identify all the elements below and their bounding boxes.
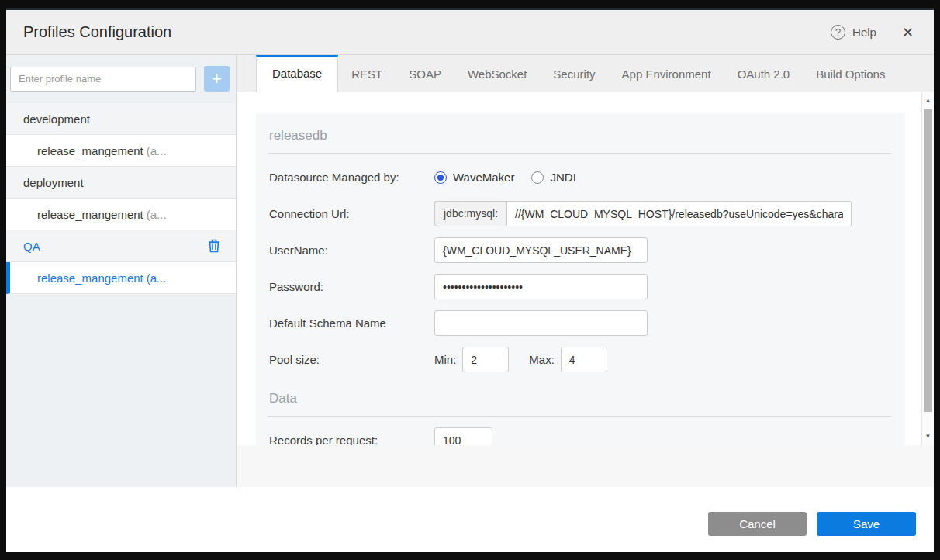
sidebar-item-release-mangement-dev[interactable]: release_mangement (a... [6, 135, 236, 167]
profile-group-label: deployment [23, 176, 84, 189]
default-schema-input[interactable] [434, 310, 648, 336]
data-section-title: Data [268, 386, 891, 417]
profiles-sidebar: + development release_mangement (a... de… [6, 55, 237, 487]
records-per-request-input[interactable] [434, 427, 492, 445]
connection-url-row: Connection Url: jdbc:mysql: [268, 201, 891, 226]
dialog-title: Profiles Configuration [23, 23, 171, 41]
sidebar-group-deployment[interactable]: deployment [6, 167, 236, 199]
database-tab-panel: releasedb Datasource Managed by: WaveMak… [237, 92, 934, 445]
profile-name-suffix: (a... [147, 144, 167, 157]
schema-row: Default Schema Name [268, 310, 891, 336]
username-label: UserName: [268, 244, 434, 257]
add-profile-button[interactable]: + [204, 66, 230, 92]
password-row: Password: [268, 274, 891, 299]
schema-label: Default Schema Name [268, 316, 434, 330]
profile-name: release_mangement [37, 144, 143, 157]
panel-bottom-spacer [237, 445, 934, 488]
tab-rest[interactable]: REST [338, 57, 396, 92]
profile-group-label: development [23, 112, 90, 126]
connection-url-group: jdbc:mysql: [434, 201, 852, 226]
datasource-row: Datasource Managed by: WaveMaker JNDI [268, 164, 891, 190]
connection-url-input[interactable] [506, 201, 852, 226]
dialog-footer: Cancel Save [6, 487, 934, 552]
username-input[interactable] [434, 237, 648, 263]
password-input[interactable] [434, 274, 648, 299]
pool-max-input[interactable] [561, 347, 607, 372]
vertical-scrollbar[interactable]: ▲ ▼ [921, 92, 934, 445]
password-label: Password: [268, 280, 434, 293]
close-icon[interactable]: ✕ [902, 24, 914, 41]
database-section-title: releasedb [268, 123, 891, 154]
records-per-request-row: Records per request: [268, 427, 891, 445]
help-link[interactable]: Help [852, 26, 876, 39]
dialog-header: Profiles Configuration ? Help ✕ [6, 10, 934, 55]
jndi-radio[interactable] [531, 171, 544, 184]
scroll-up-arrow-icon[interactable]: ▲ [922, 94, 934, 108]
tab-oauth[interactable]: OAuth 2.0 [724, 57, 803, 92]
sidebar-group-development[interactable]: development [6, 103, 236, 135]
scrollbar-thumb[interactable] [924, 109, 932, 412]
jndi-radio-label[interactable]: JNDI [550, 171, 575, 184]
sidebar-item-release-mangement-deploy[interactable]: release_mangement (a... [6, 199, 236, 230]
wavemaker-radio[interactable] [434, 171, 447, 184]
pool-min-input[interactable] [462, 347, 509, 372]
profiles-configuration-dialog: Profiles Configuration ? Help ✕ + develo… [6, 8, 934, 552]
tab-soap[interactable]: SOAP [396, 57, 454, 92]
sidebar-group-qa[interactable]: QA [6, 230, 236, 262]
tab-app-environment[interactable]: App Environment [609, 57, 724, 92]
username-row: UserName: [268, 237, 891, 263]
trash-icon [208, 239, 220, 253]
save-button[interactable]: Save [817, 512, 916, 536]
connection-url-label: Connection Url: [268, 207, 434, 220]
profile-name: release_mangement [37, 271, 143, 285]
tab-database[interactable]: Database [256, 55, 338, 92]
service-tabs: Database REST SOAP WebSocket Security Ap… [237, 55, 934, 92]
profile-name-suffix: (a... [147, 208, 167, 221]
records-per-request-label: Records per request: [268, 434, 434, 445]
delete-profile-button[interactable] [208, 239, 220, 253]
scroll-down-arrow-icon[interactable]: ▼ [922, 430, 934, 444]
pool-size-label: Pool size: [268, 353, 434, 366]
datasource-radio-group: WaveMaker JNDI [434, 171, 587, 184]
profile-name-suffix: (a... [147, 271, 167, 285]
sidebar-item-release-mangement-qa-selected[interactable]: release_mangement (a... [6, 262, 236, 294]
pool-max-label: Max: [529, 353, 555, 366]
tab-websocket[interactable]: WebSocket [454, 57, 540, 92]
help-circle-icon[interactable]: ? [831, 25, 845, 40]
pool-size-row: Pool size: Min: Max: [268, 347, 891, 372]
profile-create-row: + [6, 55, 236, 103]
profile-name-input[interactable] [10, 67, 196, 92]
profile-name: release_mangement [37, 208, 143, 221]
cancel-button[interactable]: Cancel [708, 512, 807, 536]
database-config-card: releasedb Datasource Managed by: WaveMak… [256, 113, 905, 445]
profile-group-label: QA [23, 240, 40, 253]
tab-build-options[interactable]: Build Options [803, 57, 898, 92]
tab-security[interactable]: Security [540, 57, 608, 92]
header-actions: ? Help ✕ [831, 24, 914, 41]
pool-min-label: Min: [434, 353, 456, 366]
jdbc-prefix-addon: jdbc:mysql: [434, 201, 506, 226]
datasource-label: Datasource Managed by: [268, 171, 434, 184]
profile-detail-pane: Database REST SOAP WebSocket Security Ap… [237, 55, 934, 487]
wavemaker-radio-label[interactable]: WaveMaker [453, 171, 514, 184]
dialog-body: + development release_mangement (a... de… [6, 55, 934, 487]
